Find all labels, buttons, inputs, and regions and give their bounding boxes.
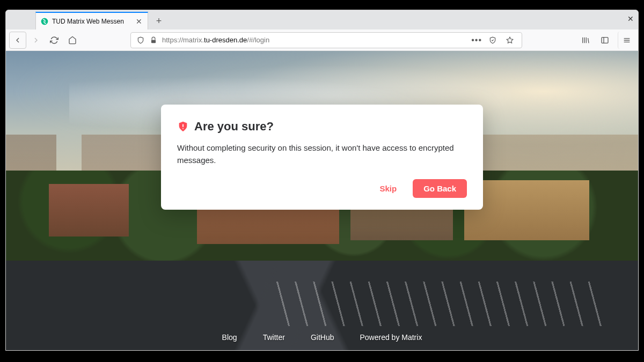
url-text: https://matrix.tu-dresden.de/#/login: [160, 36, 471, 44]
dialog-header: Are you sure?: [177, 120, 467, 134]
browser-tab[interactable]: TUD Matrix Web Messen ✕: [35, 12, 148, 29]
svg-rect-1: [151, 40, 156, 43]
forward-button: [27, 32, 45, 49]
dialog-actions: Skip Go Back: [177, 179, 467, 198]
element-favicon: [40, 17, 49, 26]
svg-marker-2: [507, 37, 513, 43]
sidebar-button[interactable]: [596, 32, 613, 49]
shield-icon[interactable]: [134, 36, 147, 44]
home-button[interactable]: [64, 32, 81, 49]
browser-window: TUD Matrix Web Messen ✕ + ✕ https:/: [5, 10, 639, 351]
back-button[interactable]: [9, 32, 26, 49]
footer-link-powered-by[interactable]: Powered by Matrix: [360, 333, 422, 342]
dialog-body: Without completing security on this sess…: [177, 142, 467, 166]
address-bar[interactable]: https://matrix.tu-dresden.de/#/login •••: [130, 32, 522, 48]
footer-link-github[interactable]: GitHub: [311, 333, 334, 342]
window-close-icon[interactable]: ✕: [627, 14, 634, 23]
menu-button[interactable]: [618, 32, 635, 49]
page-content: Are you sure? Without completing securit…: [6, 51, 638, 350]
svg-rect-9: [182, 128, 184, 129]
page-footer: Blog Twitter GitHub Powered by Matrix: [6, 333, 638, 342]
lock-icon[interactable]: [147, 36, 160, 44]
browser-toolbar: https://matrix.tu-dresden.de/#/login •••: [6, 29, 638, 51]
tab-title: TUD Matrix Web Messen: [52, 18, 135, 25]
dialog-title: Are you sure?: [194, 120, 274, 134]
library-button[interactable]: [577, 32, 594, 49]
tracking-protection-icon[interactable]: [486, 36, 499, 44]
reload-button[interactable]: [46, 32, 63, 49]
svg-point-0: [41, 18, 48, 25]
footer-link-blog[interactable]: Blog: [222, 333, 237, 342]
page-actions-icon[interactable]: •••: [471, 35, 482, 45]
url-actions: •••: [471, 35, 518, 45]
confirmation-dialog: Are you sure? Without completing securit…: [161, 105, 483, 210]
tab-close-icon[interactable]: ✕: [135, 17, 143, 26]
tab-bar: TUD Matrix Web Messen ✕ + ✕: [6, 10, 638, 29]
warning-shield-icon: [177, 121, 189, 132]
footer-link-twitter[interactable]: Twitter: [263, 333, 285, 342]
go-back-button[interactable]: Go Back: [413, 179, 467, 198]
svg-rect-8: [182, 124, 184, 127]
bookmark-star-icon[interactable]: [503, 36, 516, 44]
skip-button[interactable]: Skip: [372, 180, 404, 197]
svg-rect-3: [602, 37, 608, 43]
background-road-markings: [272, 282, 606, 327]
new-tab-button[interactable]: +: [151, 13, 166, 28]
